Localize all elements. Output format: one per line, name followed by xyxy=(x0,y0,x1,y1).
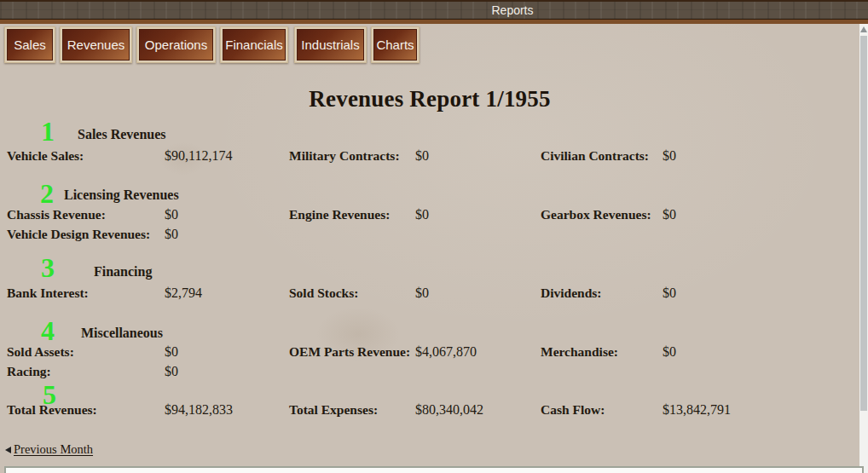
oem-parts-revenue-label: OEM Parts Revenue: xyxy=(289,343,410,360)
tab-industrials-label: Industrials xyxy=(297,29,364,61)
merchandise-label: Merchandise: xyxy=(541,343,618,360)
engine-revenues-label: Engine Revenues: xyxy=(289,206,390,222)
gearbox-revenues-label: Gearbox Revenues: xyxy=(541,206,651,222)
section-1-number: 1 xyxy=(41,117,55,146)
tab-charts[interactable]: Charts xyxy=(371,26,420,63)
civilian-contracts-label: Civilian Contracts: xyxy=(541,147,649,164)
engine-revenues-value: $0 xyxy=(415,206,429,222)
gearbox-revenues-value: $0 xyxy=(663,206,676,222)
tab-revenues-label: Revenues xyxy=(62,29,130,61)
cash-flow-label: Cash Flow: xyxy=(541,401,605,418)
military-contracts-value: $0 xyxy=(415,147,429,164)
total-expenses-value: $80,340,042 xyxy=(415,401,483,418)
tab-financials[interactable]: Financials xyxy=(220,26,288,63)
sold-stocks-label: Sold Stocks: xyxy=(289,285,358,301)
tab-financials-label: Financials xyxy=(223,29,286,61)
vehicle-sales-value: $90,112,174 xyxy=(165,147,232,164)
racing-value: $0 xyxy=(165,363,178,379)
scrollbar-thumb[interactable] xyxy=(860,36,867,411)
chassis-revenue-label: Chassis Revenue: xyxy=(7,206,106,222)
section-4-heading: Miscellaneous xyxy=(81,326,163,341)
racing-label: Racing: xyxy=(7,363,51,379)
section-3-number: 3 xyxy=(41,253,55,282)
sold-stocks-value: $0 xyxy=(415,285,429,301)
tab-revenues[interactable]: Revenues xyxy=(60,26,132,63)
previous-month-label: Previous Month xyxy=(14,442,93,457)
window-titlebar xyxy=(0,0,868,20)
titlebar-bottom-strip xyxy=(0,20,868,24)
oem-parts-revenue-value: $4,067,870 xyxy=(415,343,477,360)
section-2-number: 2 xyxy=(40,179,54,208)
civilian-contracts-value: $0 xyxy=(663,147,676,164)
tab-sales[interactable]: Sales xyxy=(4,26,55,63)
section-1-heading: Sales Revenues xyxy=(78,127,166,142)
vehicle-design-revenues-value: $0 xyxy=(165,226,178,242)
vertical-scrollbar[interactable] xyxy=(859,24,868,473)
section-2-heading: Licensing Revenues xyxy=(64,187,179,203)
vehicle-design-revenues-label: Vehicle Design Revenues: xyxy=(7,226,150,242)
tab-sales-label: Sales xyxy=(7,29,53,61)
dividends-label: Dividends: xyxy=(541,285,602,301)
chassis-revenue-value: $0 xyxy=(165,206,178,222)
bottom-panel-edge xyxy=(4,466,864,473)
scroll-up-arrow-icon[interactable] xyxy=(860,26,867,32)
bank-interest-label: Bank Interest: xyxy=(7,285,89,301)
section-4-number: 4 xyxy=(41,316,55,345)
military-contracts-label: Military Contracts: xyxy=(289,147,400,164)
dividends-value: $0 xyxy=(663,285,676,301)
total-expenses-label: Total Expenses: xyxy=(289,401,378,418)
page-title: Revenues Report 1/1955 xyxy=(0,86,859,112)
total-revenues-label: Total Revenues: xyxy=(7,401,97,418)
tab-operations[interactable]: Operations xyxy=(136,26,216,63)
sold-assets-value: $0 xyxy=(165,343,178,360)
tab-industrials[interactable]: Industrials xyxy=(294,26,367,63)
vehicle-sales-label: Vehicle Sales: xyxy=(7,147,84,164)
window-title: Reports xyxy=(491,2,533,19)
merchandise-value: $0 xyxy=(663,343,676,360)
cash-flow-value: $13,842,791 xyxy=(663,401,731,418)
left-arrow-icon xyxy=(5,447,11,453)
tab-operations-label: Operations xyxy=(139,29,213,61)
reports-window: Reports Sales Revenues Operations Financ… xyxy=(0,0,868,473)
sold-assets-label: Sold Assets: xyxy=(7,343,74,360)
previous-month-link[interactable]: Previous Month xyxy=(5,442,93,457)
total-revenues-value: $94,182,833 xyxy=(165,401,233,418)
tab-charts-label: Charts xyxy=(373,29,417,61)
bank-interest-value: $2,794 xyxy=(165,285,202,301)
section-3-heading: Financing xyxy=(94,264,152,280)
